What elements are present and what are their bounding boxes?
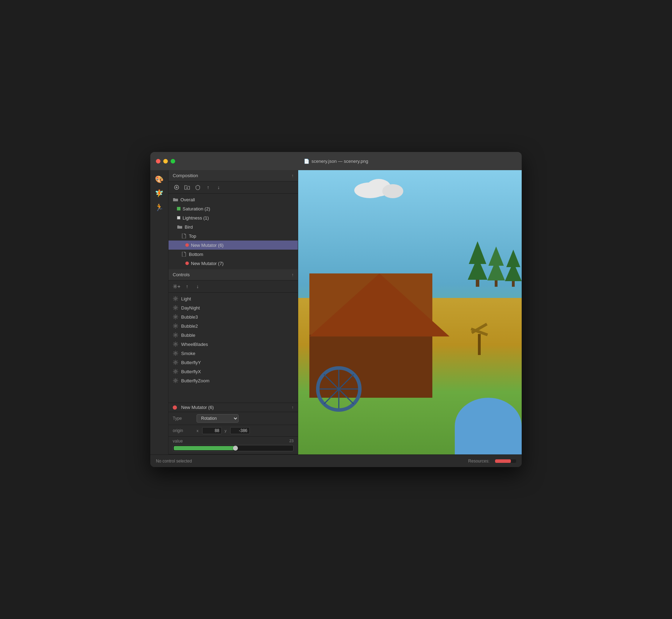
slider-container [173, 445, 294, 451]
tree-3 [505, 250, 522, 287]
origin-x-input[interactable] [202, 427, 222, 434]
controls-up-arrow[interactable]: ↑ [292, 272, 294, 277]
layer-top[interactable]: Top [169, 231, 298, 241]
control-smoke-label: Smoke [181, 351, 195, 356]
layer-bottom-label: Bottom [189, 252, 203, 257]
svg-point-5 [174, 286, 176, 287]
puppet-icon[interactable]: 🧚 [153, 187, 166, 200]
svg-point-9 [175, 325, 177, 327]
lightness-color-icon [177, 216, 180, 220]
spoke-d3 [324, 389, 340, 404]
spoke-d1 [338, 389, 354, 404]
add-circle-btn[interactable] [173, 183, 180, 191]
control-smoke[interactable]: Smoke [169, 349, 298, 358]
control-butterflyx[interactable]: ButterflyY [169, 358, 298, 367]
controls-down-btn[interactable]: ↓ [194, 283, 201, 290]
control-wheelblades[interactable]: WheelBlades [169, 340, 298, 349]
layer-lightness-label: Lightness (1) [183, 215, 209, 221]
layer-new-mutator-7[interactable]: New Mutator (7) [169, 259, 298, 268]
layer-tree: Overall Saturation (2) Lightness (1) [169, 194, 298, 269]
control-butterflyzoom[interactable]: ButterflyZoom [169, 376, 298, 385]
animation-icon[interactable]: 🏃 [153, 201, 166, 214]
saturation-color-icon [177, 207, 180, 210]
type-row: Type Rotation Translation Scale Opacity [169, 412, 298, 425]
slider-fill [174, 446, 236, 450]
layer-new-mutator-6[interactable]: New Mutator (6) [169, 241, 298, 250]
status-bar: No control selected Resources: [150, 454, 522, 467]
traffic-lights [156, 159, 175, 164]
layer-new-mutator-7-label: New Mutator (7) [191, 261, 224, 266]
control-butterflyx-label: ButterflyY [181, 360, 201, 365]
svg-point-11 [175, 343, 177, 345]
control-daynight[interactable]: DayNight [169, 303, 298, 312]
layer-saturation[interactable]: Saturation (2) [169, 204, 298, 213]
layer-bird[interactable]: Bird [169, 222, 298, 231]
svg-point-14 [175, 371, 177, 373]
controls-toolbar: + ↑ ↓ [169, 280, 298, 293]
type-label: Type [173, 416, 194, 421]
control-butterflyzoom-label: ButterflyZoom [181, 378, 210, 383]
control-butterflyy[interactable]: ButterflyX [169, 367, 298, 376]
control-bubble-label: Bubble [181, 333, 195, 338]
title-text: scenery.json — scenery.png [311, 159, 368, 164]
value-number: 23 [289, 439, 294, 444]
layer-overall[interactable]: Overall [169, 195, 298, 204]
origin-x-group: x [197, 427, 222, 434]
minimize-button[interactable] [163, 159, 168, 164]
control-wheelblades-label: WheelBlades [181, 342, 208, 347]
add-folder-btn[interactable] [183, 183, 191, 191]
composition-title: Composition [173, 173, 198, 178]
move-up-btn[interactable]: ↑ [204, 183, 212, 191]
tree-group [468, 241, 522, 287]
spoke-d2 [338, 374, 354, 390]
svg-point-13 [175, 362, 177, 363]
mutator-left: New Mutator (6) [173, 405, 214, 410]
svg-point-8 [175, 316, 177, 318]
sign-post [478, 334, 481, 355]
origin-y-input[interactable] [230, 427, 250, 434]
controls-gear-btn[interactable]: + [173, 283, 180, 290]
composition-section: Composition ↑ ↑ ↓ [169, 170, 298, 269]
app-window: 📄 scenery.json — scenery.png 🎨 🧚 🏃 Compo… [150, 152, 522, 467]
mutator-up-arrow[interactable]: ↑ [292, 405, 294, 410]
control-bubble2-label: Bubble2 [181, 324, 198, 329]
layer-new-mutator-6-label: New Mutator (6) [191, 243, 224, 248]
mutator-label: New Mutator (6) [181, 405, 214, 410]
y-label: y [225, 429, 229, 433]
app-logo-icon[interactable]: 🎨 [153, 173, 166, 186]
file-icon: 📄 [304, 158, 309, 164]
type-select[interactable]: Rotation Translation Scale Opacity [197, 414, 239, 423]
controls-header: Controls ↑ [169, 269, 298, 280]
move-down-btn[interactable]: ↓ [215, 183, 222, 191]
control-bubble2[interactable]: Bubble2 [169, 321, 298, 331]
mill-roof [309, 273, 450, 336]
value-label: value [173, 439, 183, 444]
composition-toolbar: ↑ ↓ [169, 181, 298, 194]
slider-track[interactable] [173, 445, 294, 451]
layer-lightness[interactable]: Lightness (1) [169, 213, 298, 222]
control-bubble3[interactable]: Bubble3 [169, 312, 298, 321]
scene [298, 170, 522, 454]
close-button[interactable] [156, 159, 160, 164]
mutator6-dot-icon [185, 243, 189, 247]
control-bubble[interactable]: Bubble [169, 331, 298, 340]
shield-btn[interactable] [194, 183, 201, 191]
bottom-doc-icon [181, 251, 187, 257]
value-row: value 23 [169, 437, 298, 454]
svg-point-10 [175, 334, 177, 336]
maximize-button[interactable] [171, 159, 175, 164]
composition-up-arrow[interactable]: ↑ [292, 173, 294, 178]
control-light[interactable]: Light [169, 294, 298, 303]
cloud-part-3 [382, 184, 403, 198]
canvas-area [298, 170, 522, 454]
resources-bar [495, 459, 516, 463]
value-top-row: value 23 [173, 439, 294, 445]
folder-icon [173, 197, 178, 202]
origin-y-group: y [225, 427, 250, 434]
controls-up-btn[interactable]: ↑ [183, 283, 191, 290]
window-title: 📄 scenery.json — scenery.png [304, 158, 368, 164]
layer-bottom[interactable]: Bottom [169, 250, 298, 259]
origin-label: origin [173, 428, 194, 433]
control-bubble3-label: Bubble3 [181, 314, 198, 320]
slider-thumb[interactable] [233, 446, 238, 451]
